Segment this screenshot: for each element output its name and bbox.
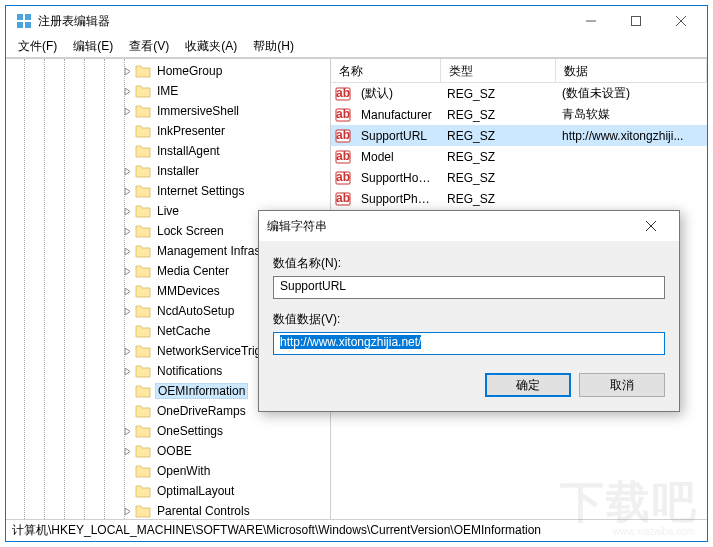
value-name-label: 数值名称(N):	[273, 255, 665, 272]
svg-rect-3	[25, 22, 31, 28]
list-row[interactable]: abManufacturerREG_SZ青岛软媒	[331, 104, 707, 125]
tree-item-label: Live	[155, 203, 181, 219]
expand-icon[interactable]	[121, 165, 133, 177]
list-row[interactable]: ab(默认)REG_SZ(数值未设置)	[331, 83, 707, 104]
cell-type: REG_SZ	[441, 127, 556, 145]
folder-icon	[135, 164, 151, 178]
maximize-button[interactable]	[613, 7, 658, 35]
expand-icon[interactable]	[121, 285, 133, 297]
expand-icon[interactable]	[121, 125, 133, 137]
expand-icon[interactable]	[121, 205, 133, 217]
menu-edit[interactable]: 编辑(E)	[65, 36, 121, 57]
minimize-button[interactable]	[568, 7, 613, 35]
svg-text:ab: ab	[336, 128, 350, 142]
folder-icon	[135, 224, 151, 238]
dialog-titlebar: 编辑字符串	[259, 211, 679, 241]
expand-icon[interactable]	[121, 505, 133, 517]
cell-data: 青岛软媒	[556, 104, 707, 125]
tree-item-label: NetCache	[155, 323, 212, 339]
folder-icon	[135, 424, 151, 438]
expand-icon[interactable]	[121, 305, 133, 317]
string-value-icon: ab	[335, 128, 351, 144]
tree-item-label: Internet Settings	[155, 183, 246, 199]
menu-file[interactable]: 文件(F)	[10, 36, 65, 57]
expand-icon[interactable]	[121, 225, 133, 237]
expand-icon[interactable]	[121, 245, 133, 257]
folder-icon	[135, 304, 151, 318]
tree-item-label: OptimalLayout	[155, 483, 236, 499]
tree-item-label: ImmersiveShell	[155, 103, 241, 119]
svg-rect-1	[25, 14, 31, 20]
value-data-label: 数值数据(V):	[273, 311, 665, 328]
expand-icon[interactable]	[121, 105, 133, 117]
cell-type: REG_SZ	[441, 190, 556, 208]
string-value-icon: ab	[335, 107, 351, 123]
col-header-data[interactable]: 数据	[556, 59, 707, 82]
list-row[interactable]: abModelREG_SZ	[331, 146, 707, 167]
menu-view[interactable]: 查看(V)	[121, 36, 177, 57]
expand-icon[interactable]	[121, 325, 133, 337]
statusbar-path: 计算机\HKEY_LOCAL_MACHINE\SOFTWARE\Microsof…	[12, 522, 541, 539]
expand-icon[interactable]	[121, 425, 133, 437]
tree-item-label: InkPresenter	[155, 123, 227, 139]
expand-icon[interactable]	[121, 265, 133, 277]
list-row[interactable]: abSupportPhoneREG_SZ	[331, 188, 707, 209]
tree-item-label: Parental Controls	[155, 503, 252, 519]
list-row[interactable]: abSupportHoursREG_SZ	[331, 167, 707, 188]
folder-icon	[135, 104, 151, 118]
expand-icon[interactable]	[121, 365, 133, 377]
cell-name: SupportPhone	[355, 190, 441, 208]
svg-text:ab: ab	[336, 107, 350, 121]
expand-icon[interactable]	[121, 445, 133, 457]
value-name-input[interactable]: SupportURL	[273, 276, 665, 299]
expand-icon[interactable]	[121, 345, 133, 357]
expand-icon[interactable]	[121, 185, 133, 197]
menu-help[interactable]: 帮助(H)	[245, 36, 302, 57]
expand-icon[interactable]	[121, 65, 133, 77]
cell-type: REG_SZ	[441, 148, 556, 166]
folder-icon	[135, 384, 151, 398]
cell-name: (默认)	[355, 83, 441, 104]
folder-icon	[135, 324, 151, 338]
svg-rect-0	[17, 14, 23, 20]
tree-item-label: HomeGroup	[155, 63, 224, 79]
tree-item-label: IME	[155, 83, 180, 99]
cell-data	[556, 197, 707, 201]
string-value-icon: ab	[335, 170, 351, 186]
string-value-icon: ab	[335, 191, 351, 207]
cell-name: Model	[355, 148, 441, 166]
dialog-title: 编辑字符串	[267, 218, 631, 235]
folder-icon	[135, 404, 151, 418]
expand-icon[interactable]	[121, 405, 133, 417]
folder-icon	[135, 64, 151, 78]
cell-type: REG_SZ	[441, 85, 556, 103]
tree-item-label: MMDevices	[155, 283, 222, 299]
svg-text:ab: ab	[336, 86, 350, 100]
cell-data: http://www.xitongzhiji...	[556, 127, 707, 145]
string-value-icon: ab	[335, 86, 351, 102]
list-row[interactable]: abSupportURLREG_SZhttp://www.xitongzhiji…	[331, 125, 707, 146]
svg-text:ab: ab	[336, 191, 350, 205]
ok-button[interactable]: 确定	[485, 373, 571, 397]
expand-icon[interactable]	[121, 85, 133, 97]
tree-item-label: OpenWith	[155, 463, 212, 479]
folder-icon	[135, 464, 151, 478]
folder-icon	[135, 364, 151, 378]
tree-item-label: OneDriveRamps	[155, 403, 248, 419]
expand-icon[interactable]	[121, 145, 133, 157]
value-data-input[interactable]: http://www.xitongzhijia.net/	[273, 332, 665, 355]
svg-rect-2	[17, 22, 23, 28]
expand-icon[interactable]	[121, 485, 133, 497]
cell-type: REG_SZ	[441, 169, 556, 187]
cell-name: Manufacturer	[355, 106, 441, 124]
menu-favorites[interactable]: 收藏夹(A)	[177, 36, 245, 57]
expand-icon[interactable]	[121, 465, 133, 477]
expand-icon[interactable]	[121, 385, 133, 397]
col-header-name[interactable]: 名称	[331, 59, 441, 82]
folder-icon	[135, 204, 151, 218]
dialog-close-button[interactable]	[631, 212, 671, 240]
cancel-button[interactable]: 取消	[579, 373, 665, 397]
string-value-icon: ab	[335, 149, 351, 165]
col-header-type[interactable]: 类型	[441, 59, 556, 82]
close-button[interactable]	[658, 7, 703, 35]
